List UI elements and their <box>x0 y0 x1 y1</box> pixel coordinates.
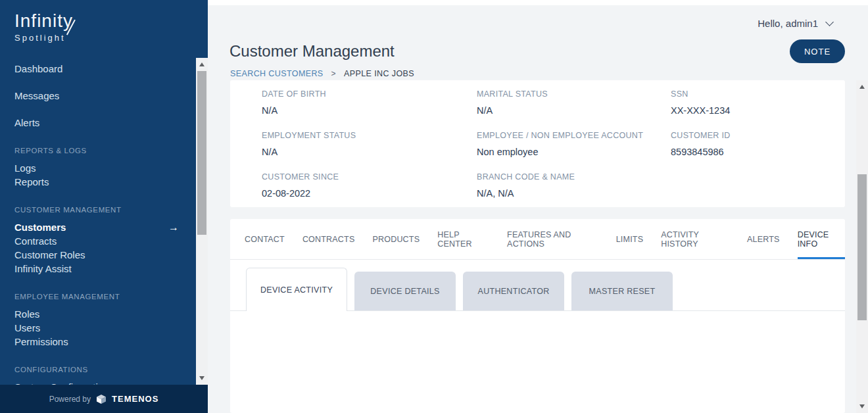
tab-device-info[interactable]: DEVICE INFO <box>798 219 845 259</box>
temenos-logo-icon <box>96 394 107 404</box>
sidebar-item-logs[interactable]: Logs <box>14 162 195 175</box>
temenos-brand-label: TEMENOS <box>112 394 158 404</box>
section-header-configurations: CONFIGURATIONS <box>14 363 195 376</box>
field-ssn: SSN XX-XXX-1234 <box>671 89 842 116</box>
logo-spotlight: Spotlight <box>14 33 195 43</box>
field-branch-code-name: BRANCH CODE & NAME N/A, N/A <box>477 172 671 199</box>
tab-activity-history[interactable]: ACTIVITY HISTORY <box>661 219 729 259</box>
chevron-down-icon <box>825 18 834 26</box>
page-title: Customer Management <box>229 42 395 61</box>
sidebar-scrollbar[interactable] <box>196 58 208 385</box>
main-content: Hello, admin1 NOTE Customer Management S… <box>208 0 868 413</box>
sidebar-footer: Powered by TEMENOS <box>0 385 208 413</box>
device-info-subtabs: DEVICE ACTIVITY DEVICE DETAILS AUTHENTIC… <box>230 266 845 311</box>
section-header-customer-management: CUSTOMER MANAGEMENT <box>14 203 195 216</box>
device-activity-content <box>230 311 845 412</box>
subtab-master-reset[interactable]: MASTER RESET <box>571 272 673 310</box>
customer-details-card: DATE OF BIRTH N/A MARITAL STATUS N/A SSN… <box>230 80 845 207</box>
breadcrumb: SEARCH CUSTOMERS > APPLE INC JOBS <box>230 69 414 78</box>
main-tabs: CONTACT CONTRACTS PRODUCTS HELP CENTER F… <box>230 219 845 260</box>
sidebar-item-customers[interactable]: Customers → <box>14 221 195 234</box>
arrow-right-icon: → <box>168 221 179 234</box>
field-marital-status: MARITAL STATUS N/A <box>477 89 671 116</box>
breadcrumb-link-search-customers[interactable]: SEARCH CUSTOMERS <box>230 69 324 78</box>
tab-products[interactable]: PRODUCTS <box>372 219 420 259</box>
sidebar-item-infinity-assist[interactable]: Infinity Assist <box>14 262 195 276</box>
sidebar-item-customer-roles[interactable]: Customer Roles <box>14 249 195 262</box>
tab-features-and-actions[interactable]: FEATURES AND ACTIONS <box>507 219 598 259</box>
field-customer-id: CUSTOMER ID 8593845986 <box>671 131 842 158</box>
detail-row: DATE OF BIRTH N/A MARITAL STATUS N/A SSN… <box>262 89 845 116</box>
sidebar-item-contracts[interactable]: Contracts <box>14 235 195 248</box>
greeting-label: Hello, admin1 <box>758 18 818 29</box>
sidebar: Infinity Spotlight Dashboard Messages Al… <box>0 0 208 413</box>
tab-contracts[interactable]: CONTRACTS <box>302 219 355 259</box>
app-logo: Infinity Spotlight <box>14 11 195 43</box>
user-menu[interactable]: Hello, admin1 <box>758 18 832 29</box>
sidebar-item-alerts[interactable]: Alerts <box>14 116 195 130</box>
sidebar-item-permissions[interactable]: Permissions <box>14 335 195 349</box>
subtab-authenticator[interactable]: AUTHENTICATOR <box>463 272 564 310</box>
section-header-reports-logs: REPORTS & LOGS <box>14 144 195 157</box>
sidebar-item-messages[interactable]: Messages <box>14 89 195 103</box>
scroll-up-icon[interactable] <box>199 62 205 66</box>
tab-contact[interactable]: CONTACT <box>245 219 285 259</box>
detail-row: EMPLOYMENT STATUS N/A EMPLOYEE / NON EMP… <box>262 131 845 158</box>
subtab-device-activity[interactable]: DEVICE ACTIVITY <box>246 268 347 311</box>
field-date-of-birth: DATE OF BIRTH N/A <box>262 89 477 116</box>
sidebar-item-dashboard[interactable]: Dashboard <box>14 62 195 76</box>
logo-infinity: Infinity <box>14 11 73 32</box>
section-employee-management: EMPLOYEE MANAGEMENT Roles Users Permissi… <box>14 290 195 349</box>
breadcrumb-current: APPLE INC JOBS <box>344 69 414 78</box>
tab-help-center[interactable]: HELP CENTER <box>437 219 489 259</box>
sidebar-item-roles[interactable]: Roles <box>14 308 195 321</box>
tab-alerts[interactable]: ALERTS <box>747 219 780 259</box>
top-strip <box>208 0 868 5</box>
scroll-down-icon[interactable] <box>859 404 865 408</box>
field-customer-since: CUSTOMER SINCE 02-08-2022 <box>262 172 477 199</box>
scroll-down-icon[interactable] <box>199 376 205 380</box>
note-button[interactable]: NOTE <box>790 39 845 63</box>
sidebar-item-reports[interactable]: Reports <box>14 176 195 189</box>
section-header-employee-management: EMPLOYEE MANAGEMENT <box>14 290 195 303</box>
scroll-up-icon[interactable] <box>859 85 865 89</box>
section-reports-logs: REPORTS & LOGS Logs Reports <box>14 144 195 189</box>
subtab-device-details[interactable]: DEVICE DETAILS <box>354 272 456 310</box>
breadcrumb-separator: > <box>331 69 336 78</box>
field-employment-status: EMPLOYMENT STATUS N/A <box>262 131 477 158</box>
detail-row: CUSTOMER SINCE 02-08-2022 BRANCH CODE & … <box>262 172 845 199</box>
field-employee-account: EMPLOYEE / NON EMPLOYEE ACCOUNT Non empl… <box>477 131 671 158</box>
powered-by-label: Powered by <box>49 395 91 404</box>
sidebar-scrollbar-thumb[interactable] <box>197 71 206 235</box>
section-customer-management: CUSTOMER MANAGEMENT Customers → Contract… <box>14 203 195 276</box>
tab-limits[interactable]: LIMITS <box>616 219 643 259</box>
tabs-card: CONTACT CONTRACTS PRODUCTS HELP CENTER F… <box>230 219 845 413</box>
main-scrollbar[interactable] <box>856 80 868 413</box>
main-scrollbar-thumb[interactable] <box>857 174 867 320</box>
sidebar-nav: Dashboard Messages Alerts REPORTS & LOGS… <box>14 62 195 394</box>
sidebar-item-users[interactable]: Users <box>14 322 195 335</box>
